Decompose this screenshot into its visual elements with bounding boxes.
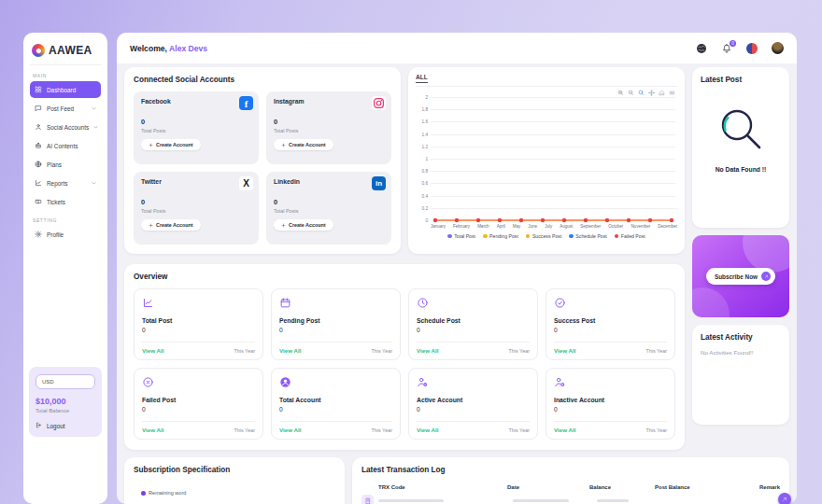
create-account-button[interactable]: Create Account: [274, 139, 333, 150]
latest-activity-title: Latest Activity: [701, 333, 781, 342]
overview-value: 0: [142, 327, 255, 333]
pan-icon[interactable]: [648, 90, 655, 96]
legend-item-schedule-post[interactable]: Schedule Post: [569, 233, 606, 239]
social-total-label: Total Posts: [141, 208, 251, 214]
bell-icon[interactable]: 0: [721, 43, 732, 54]
social-card-facebook: Facebookf0Total PostsCreate Account: [134, 91, 259, 164]
currency-select[interactable]: USD: [35, 374, 95, 389]
sidebar-item-ai-contents[interactable]: AI Contents: [30, 137, 101, 154]
post-feed-icon: [35, 105, 42, 112]
legend-label: Schedule Post: [575, 233, 606, 239]
chevron-down-icon: [92, 181, 96, 186]
subscription-title: Subscription Specification: [134, 466, 335, 474]
legend-label: Total Post: [454, 233, 475, 239]
overview-card: Overview Total Post0View AllThis YearPen…: [124, 264, 685, 450]
clock-icon: [417, 296, 429, 308]
chart-y-tick: 1.2: [416, 144, 428, 148]
create-account-button[interactable]: Create Account: [141, 139, 201, 150]
overview-card-inactive-account: Inactive Account0View AllThis Year: [546, 368, 675, 440]
social-card-instagram: Instagram0Total PostsCreate Account: [266, 91, 391, 164]
sidebar-item-plans[interactable]: Plans: [30, 156, 101, 173]
legend-item-pending-post[interactable]: Pending Post: [483, 233, 518, 239]
overview-label: Success Post: [554, 317, 667, 324]
social-post-count: 0: [141, 118, 251, 126]
overview-value: 0: [554, 406, 667, 413]
sidebar-item-label: AI Contents: [47, 143, 78, 149]
globe-icon[interactable]: [696, 43, 707, 54]
period-label: This Year: [509, 427, 530, 433]
social-total-label: Total Posts: [274, 208, 384, 214]
view-all-link[interactable]: View All: [417, 427, 438, 433]
column-header-date: Date: [507, 484, 589, 490]
sidebar-item-post-feed[interactable]: Post Feed: [30, 100, 101, 117]
latest-post-card: Latest Post No Data Found !!: [692, 67, 789, 228]
overview-label: Active Account: [417, 397, 530, 403]
transaction-row[interactable]: [361, 495, 780, 504]
floating-chat-button[interactable]: [778, 493, 791, 504]
legend-item-success-post[interactable]: Success Post: [526, 233, 561, 239]
logo[interactable]: AAWEA: [30, 42, 101, 65]
view-all-link[interactable]: View All: [279, 347, 301, 354]
balance-label: Total Balance: [35, 408, 95, 413]
sidebar-item-dashboard[interactable]: Dashboard: [30, 81, 101, 98]
username: Alex Devs: [169, 44, 207, 53]
user-x-icon: [554, 375, 566, 387]
view-all-link[interactable]: View All: [554, 427, 575, 433]
transaction-table-header: TRX CodeDateBalancePost BalanceRemark: [361, 484, 780, 490]
home-icon[interactable]: [659, 90, 665, 96]
menu-icon[interactable]: [669, 90, 675, 96]
plus-icon: [149, 143, 153, 147]
overview-value: 0: [279, 327, 392, 333]
check-circle-icon: [554, 296, 566, 308]
sidebar-nav-main: DashboardPost FeedSocial AccountsAI Cont…: [30, 81, 101, 210]
overview-footer: View AllThis Year: [417, 421, 530, 439]
zoom-in-icon[interactable]: [617, 90, 624, 96]
logout-button[interactable]: Logout: [35, 422, 95, 429]
avatar[interactable]: [772, 42, 784, 54]
language-flag-icon[interactable]: [746, 43, 758, 54]
zoom-out-icon[interactable]: [628, 90, 634, 96]
chart-y-tick: 0.2: [416, 205, 428, 210]
plans-icon: [35, 161, 42, 168]
chart-y-tick: 0: [416, 218, 428, 223]
sidebar: AAWEA MAIN DashboardPost FeedSocial Acco…: [23, 33, 107, 504]
sidebar-item-reports[interactable]: Reports: [30, 175, 101, 191]
sidebar-item-social-accounts[interactable]: Social Accounts: [30, 119, 101, 135]
tab-all[interactable]: ALL: [416, 74, 428, 83]
sidebar-item-profile[interactable]: Profile: [30, 226, 101, 243]
create-account-button[interactable]: Create Account: [141, 219, 201, 231]
chart-x-label: April: [497, 224, 505, 229]
create-account-label: Create Account: [156, 222, 193, 228]
create-account-button[interactable]: Create Account: [274, 219, 333, 231]
dashboard-page: AAWEA MAIN DashboardPost FeedSocial Acco…: [0, 0, 822, 504]
overview-value: 0: [279, 406, 392, 413]
view-all-link[interactable]: View All: [279, 427, 301, 433]
selection-icon[interactable]: [638, 90, 645, 96]
legend-label: Success Post: [532, 233, 561, 239]
view-all-link[interactable]: View All: [417, 347, 438, 354]
sidebar-item-tickets[interactable]: Tickets: [30, 193, 101, 210]
overview-card-failed-post: Failed Post0View AllThis Year: [134, 368, 263, 440]
no-activities-text: No Activities Found!!: [701, 349, 781, 356]
social-card-twitter: TwitterX0Total PostsCreate Account: [134, 172, 259, 245]
chart-legend: Total PostPending PostSuccess PostSchedu…: [416, 233, 677, 239]
overview-footer: View AllThis Year: [279, 421, 392, 439]
overview-label: Inactive Account: [554, 397, 667, 403]
overview-grid: Total Post0View AllThis YearPending Post…: [134, 288, 675, 440]
subscribe-now-button[interactable]: Subscribe Now: [706, 268, 775, 285]
overview-footer: View AllThis Year: [142, 421, 255, 439]
overview-title: Overview: [134, 273, 675, 281]
view-all-link[interactable]: View All: [142, 347, 163, 354]
chart-x-label: February: [453, 224, 470, 229]
legend-item-failed-post[interactable]: Failed Post: [615, 233, 645, 239]
nav-section-main: MAIN: [33, 73, 98, 78]
logout-label: Logout: [47, 423, 65, 429]
posts-chart-card: ALL 21.81.61.41.210.80.60.40.20 JanuaryF…: [408, 67, 685, 254]
legend-item-total-post[interactable]: Total Post: [447, 233, 475, 239]
view-all-link[interactable]: View All: [142, 427, 163, 433]
trx-date-placeholder: [513, 499, 569, 502]
sidebar-item-label: Social Accounts: [47, 124, 89, 131]
view-all-link[interactable]: View All: [554, 347, 575, 354]
subscribe-banner: Subscribe Now: [692, 235, 789, 317]
overview-footer: View AllThis Year: [554, 342, 667, 359]
